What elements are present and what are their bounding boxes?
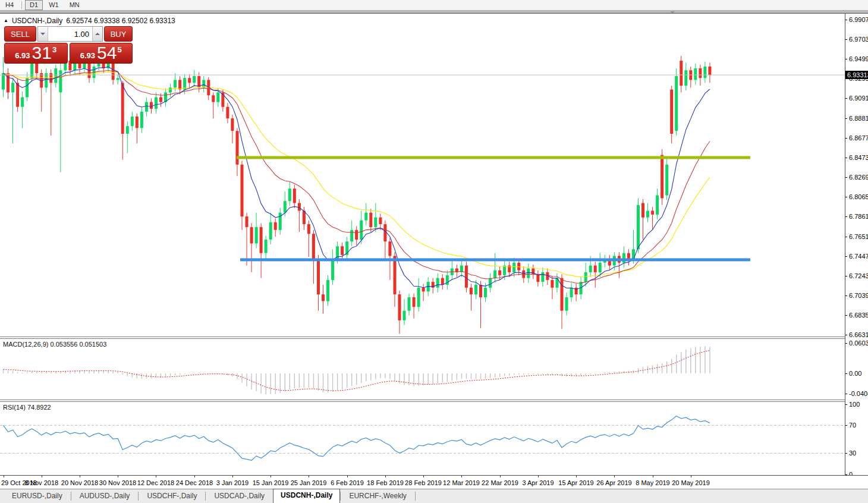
date-tick bbox=[156, 476, 156, 477]
macd-axis-label: 0.060342 bbox=[849, 339, 868, 347]
rsi-axis-label-tick bbox=[845, 453, 847, 454]
date-axis-label: 22 Mar 2019 bbox=[482, 479, 518, 486]
date-tick bbox=[309, 476, 309, 477]
date-tick bbox=[232, 476, 233, 477]
price-axis-label: 6.97030 bbox=[849, 36, 868, 43]
price-axis-label: 6.82690 bbox=[849, 174, 868, 181]
price-axis-label-tick bbox=[845, 39, 847, 40]
date-axis-label: 15 Jan 2019 bbox=[253, 479, 289, 486]
timeframe-button-h4[interactable]: H4 bbox=[1, 0, 18, 10]
rsi-axis-label: 70 bbox=[849, 422, 856, 429]
timeframe-button-mn[interactable]: MN bbox=[65, 0, 84, 10]
date-axis-label: 30 Nov 2018 bbox=[99, 479, 136, 486]
collapse-arrow-icon[interactable]: ▲ bbox=[4, 18, 8, 23]
sell-price-button[interactable]: 6.93 31 3 bbox=[4, 43, 68, 64]
price-axis-label-tick bbox=[845, 276, 847, 276]
price-axis-label: 6.66310 bbox=[849, 331, 868, 338]
chart-tab-eurusd-daily[interactable]: EURUSD-,Daily bbox=[4, 490, 71, 503]
date-axis-label: 3 Apr 2019 bbox=[522, 479, 553, 486]
price-axis-label-tick bbox=[845, 237, 847, 237]
chart-tab-usdcad-daily[interactable]: USDCAD-,Daily bbox=[206, 490, 273, 503]
price-axis-label: 6.74470 bbox=[849, 253, 868, 260]
price-axis-label-tick bbox=[845, 158, 847, 158]
date-axis-label: 6 Feb 2019 bbox=[331, 479, 364, 486]
price-axis-label-tick bbox=[845, 295, 847, 296]
buy-price-prefix: 6.93 bbox=[80, 51, 95, 60]
price-axis-label: 6.70390 bbox=[849, 292, 868, 299]
one-click-trading-widget: SELL BUY 6.93 31 3 6.93 54 5 bbox=[4, 26, 133, 64]
timeframe-button-w1[interactable]: W1 bbox=[44, 0, 64, 10]
date-tick bbox=[691, 476, 691, 477]
macd-axis-label: -0.040415 bbox=[849, 390, 868, 397]
price-axis-label-tick bbox=[845, 59, 847, 59]
date-tick bbox=[385, 476, 386, 477]
price-axis-label: 6.99070 bbox=[849, 16, 868, 23]
price-chart-panel[interactable]: ▲ USDCNH-,Daily 6.92574 6.93338 6.92502 … bbox=[0, 14, 845, 337]
date-axis-label: 26 Apr 2019 bbox=[596, 479, 631, 486]
price-axis-label: 6.88810 bbox=[849, 115, 868, 122]
price-axis-label: 6.86770 bbox=[849, 134, 868, 142]
price-axis-label-tick bbox=[845, 197, 847, 197]
buy-button[interactable]: BUY bbox=[104, 26, 133, 42]
buy-price-main: 54 bbox=[97, 45, 117, 61]
date-axis-label: 18 Feb 2019 bbox=[367, 479, 404, 486]
date-axis-label: 12 Mar 2019 bbox=[443, 479, 480, 486]
price-axis-label-tick bbox=[845, 138, 847, 139]
price-axis-label-tick bbox=[845, 256, 847, 257]
timeframe-button-d1[interactable]: D1 bbox=[25, 0, 43, 10]
macd-axis-label-tick bbox=[845, 343, 847, 344]
rsi-header: RSI(14) 74.8922 bbox=[3, 404, 51, 411]
timeframe-toolbar: H4D1W1MN bbox=[0, 0, 868, 11]
volume-decrease-button[interactable] bbox=[38, 27, 48, 41]
price-axis-label-tick bbox=[845, 98, 847, 99]
sell-button[interactable]: SELL bbox=[4, 26, 36, 42]
date-tick bbox=[614, 476, 615, 477]
macd-axis-label-tick bbox=[845, 394, 847, 394]
rsi-axis-label-tick bbox=[845, 404, 847, 405]
price-axis[interactable]: 6.990706.970306.949906.929506.909106.888… bbox=[845, 14, 868, 475]
rsi-chart bbox=[0, 402, 845, 475]
date-tick bbox=[194, 476, 195, 477]
price-axis-label-tick bbox=[845, 315, 847, 316]
price-axis-label-tick bbox=[845, 177, 847, 178]
date-tick bbox=[653, 476, 653, 477]
date-axis-label: 8 May 2019 bbox=[636, 479, 669, 486]
buy-price-button[interactable]: 6.93 54 5 bbox=[70, 43, 133, 64]
chart-tab-usdcnh-daily[interactable]: USDCNH-,Daily bbox=[273, 489, 340, 503]
date-tick bbox=[118, 476, 118, 477]
macd-axis-label-tick bbox=[845, 373, 847, 374]
date-tick bbox=[4, 476, 4, 477]
volume-input[interactable] bbox=[48, 27, 92, 41]
price-axis-label: 6.72430 bbox=[849, 272, 868, 279]
price-axis-label: 6.94990 bbox=[849, 55, 868, 62]
macd-indicator-panel: MACD(12,26,9) 0.053556 0.051503 bbox=[0, 339, 845, 400]
rsi-axis-label: 100 bbox=[849, 401, 860, 408]
toolbar-separator bbox=[21, 1, 22, 9]
price-axis-label-tick bbox=[845, 335, 847, 335]
price-axis-label: 6.80650 bbox=[849, 193, 868, 200]
price-axis-label: 6.68350 bbox=[849, 312, 868, 319]
date-tick bbox=[347, 476, 348, 477]
date-axis-label: 12 Dec 2018 bbox=[137, 479, 174, 486]
volume-increase-button[interactable] bbox=[92, 27, 102, 41]
date-axis[interactable]: 29 Oct 20188 Nov 201820 Nov 201830 Nov 2… bbox=[0, 475, 868, 489]
volume-spinner bbox=[37, 26, 103, 42]
date-axis-label: 8 Nov 2018 bbox=[25, 479, 58, 486]
date-tick bbox=[461, 476, 462, 477]
chart-title: ▲ USDCNH-,Daily 6.92574 6.93338 6.92502 … bbox=[4, 17, 175, 25]
chart-tab-audusd-daily[interactable]: AUDUSD-,Daily bbox=[71, 490, 139, 503]
buy-price-pip: 5 bbox=[117, 45, 121, 54]
chart-tab-eurchf-weekly[interactable]: EURCHF-,Weekly bbox=[341, 490, 414, 503]
chart-tab-usdchf-daily[interactable]: USDCHF-,Daily bbox=[139, 490, 205, 503]
tab-separator bbox=[415, 492, 416, 501]
chart-ohlc-values: 6.92574 6.93338 6.92502 6.93313 bbox=[66, 17, 175, 25]
date-axis-label: 20 Nov 2018 bbox=[61, 479, 98, 486]
rsi-axis-label-tick bbox=[845, 425, 847, 426]
current-price-tag: 6.93313 bbox=[845, 71, 868, 79]
date-axis-label: 28 Feb 2019 bbox=[405, 479, 442, 486]
date-tick bbox=[80, 476, 80, 477]
rsi-axis-label: 30 bbox=[849, 449, 856, 457]
macd-header: MACD(12,26,9) 0.053556 0.051503 bbox=[3, 341, 106, 348]
date-tick bbox=[423, 476, 424, 477]
triangle-up-icon bbox=[95, 33, 100, 35]
